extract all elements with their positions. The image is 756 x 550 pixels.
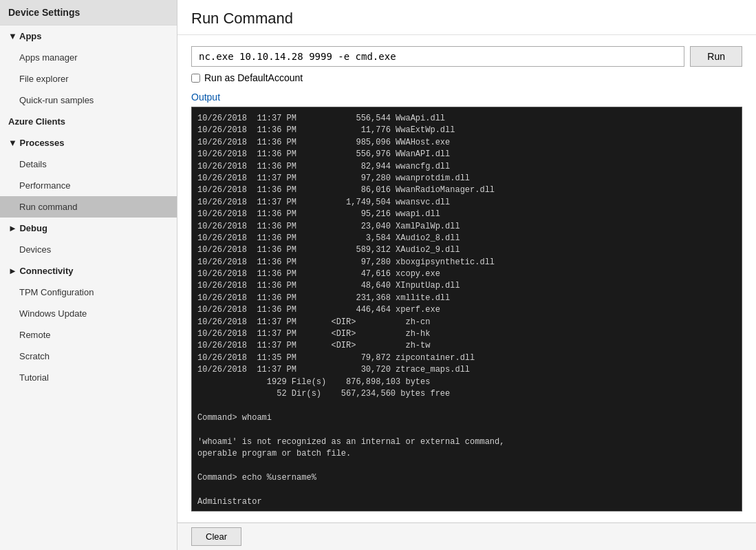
main-content: Run Command Run Run as DefaultAccount Ou… bbox=[177, 0, 756, 550]
sidebar-item-scratch[interactable]: Scratch bbox=[0, 346, 177, 367]
run-button[interactable]: Run bbox=[690, 46, 742, 67]
sidebar-item-apps-manager[interactable]: Apps manager bbox=[0, 47, 177, 68]
command-row: Run bbox=[191, 46, 742, 67]
sidebar-section-connectivity[interactable]: ► Connectivity bbox=[0, 260, 177, 282]
sidebar-section-processes[interactable]: ▼ Processes bbox=[0, 132, 177, 154]
command-input[interactable] bbox=[191, 46, 684, 67]
sidebar-item-windows-update[interactable]: Windows Update bbox=[0, 303, 177, 324]
sidebar-item-details[interactable]: Details bbox=[0, 154, 177, 175]
sidebar-item-quick-run[interactable]: Quick-run samples bbox=[0, 89, 177, 111]
content-area: Run Run as DefaultAccount Output 10/26/2… bbox=[177, 35, 756, 522]
sidebar-item-file-explorer[interactable]: File explorer bbox=[0, 68, 177, 89]
sidebar-item-device-settings[interactable]: Device Settings bbox=[0, 0, 177, 25]
page-title: Run Command bbox=[177, 0, 756, 35]
terminal-output[interactable]: 10/26/2018 11:37 PM 556,544 WwaApi.dll 1… bbox=[191, 107, 742, 511]
clear-button[interactable]: Clear bbox=[191, 527, 241, 546]
sidebar-item-tutorial[interactable]: Tutorial bbox=[0, 367, 177, 388]
run-as-default-row: Run as DefaultAccount bbox=[191, 72, 742, 83]
sidebar: Device Settings ▼ Apps Apps manager File… bbox=[0, 0, 177, 550]
bottom-bar: Clear bbox=[177, 522, 756, 550]
sidebar-item-performance[interactable]: Performance bbox=[0, 175, 177, 196]
sidebar-item-remote[interactable]: Remote bbox=[0, 324, 177, 346]
sidebar-item-tpm[interactable]: TPM Configuration bbox=[0, 282, 177, 303]
output-label: Output bbox=[191, 92, 742, 103]
run-as-default-label: Run as DefaultAccount bbox=[204, 72, 303, 83]
sidebar-item-devices[interactable]: Devices bbox=[0, 239, 177, 260]
sidebar-item-run-command[interactable]: Run command bbox=[0, 196, 177, 218]
run-as-default-checkbox[interactable] bbox=[191, 74, 200, 83]
sidebar-section-debug[interactable]: ► Debug bbox=[0, 218, 177, 239]
sidebar-item-azure-clients[interactable]: Azure Clients bbox=[0, 111, 177, 132]
sidebar-section-apps[interactable]: ▼ Apps bbox=[0, 25, 177, 47]
